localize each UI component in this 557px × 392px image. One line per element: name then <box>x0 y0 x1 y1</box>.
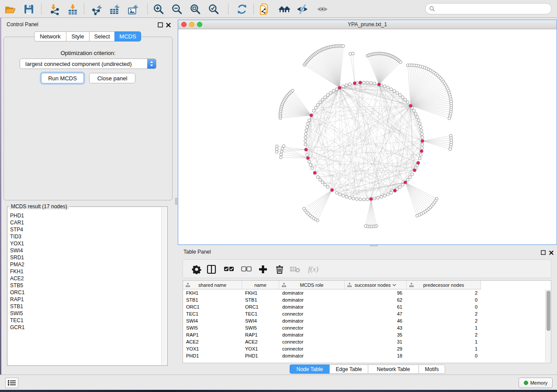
graph-node[interactable] <box>335 88 338 91</box>
mcds-hub-node[interactable] <box>370 197 373 201</box>
graph-node[interactable] <box>326 186 329 189</box>
mcds-hub-node[interactable] <box>330 189 334 192</box>
graph-node[interactable] <box>421 136 424 139</box>
satellite-node[interactable] <box>448 117 451 120</box>
graph-node[interactable] <box>412 109 415 112</box>
table-body[interactable]: FKH1FKH1dominator962STB1STB1dominator620… <box>183 289 545 363</box>
graph-node[interactable] <box>304 133 308 136</box>
mcds-hub-node[interactable] <box>306 156 310 160</box>
refresh-icon[interactable] <box>235 3 249 16</box>
graph-node[interactable] <box>421 133 424 136</box>
delete-table-icon[interactable] <box>288 263 301 276</box>
table-row[interactable]: TEC1TEC1connector472 <box>183 310 545 317</box>
graph-node[interactable] <box>316 103 319 107</box>
graph-node[interactable] <box>307 122 310 125</box>
satellite-node[interactable] <box>352 52 355 55</box>
graph-node[interactable] <box>304 136 307 139</box>
import-table-icon[interactable] <box>66 3 79 16</box>
graph-node[interactable] <box>312 109 315 112</box>
satellite-node[interactable] <box>275 148 278 151</box>
graph-node[interactable] <box>398 186 401 189</box>
export-network-icon[interactable] <box>90 3 104 16</box>
mcds-hub-node[interactable] <box>338 86 342 89</box>
memory-button[interactable]: Memory <box>519 378 553 388</box>
tab-select[interactable]: Select <box>89 31 115 41</box>
column-header-successor-nodes[interactable]: successor nodes <box>345 281 407 289</box>
graph-node[interactable] <box>383 194 386 197</box>
tab-network[interactable]: Network <box>34 31 66 41</box>
graph-node[interactable] <box>416 116 419 119</box>
home-icon[interactable] <box>278 3 291 16</box>
graph-node[interactable] <box>318 101 322 104</box>
graph-node[interactable] <box>401 183 405 186</box>
export-table-icon[interactable] <box>108 3 121 16</box>
float-panel-icon[interactable] <box>158 22 163 28</box>
graph-node[interactable] <box>377 196 380 199</box>
satellite-node[interactable] <box>399 61 402 64</box>
graph-node[interactable] <box>419 122 422 125</box>
column-header-predecessor-nodes[interactable]: predecessor nodes <box>407 281 481 289</box>
task-history-button[interactable] <box>5 378 18 388</box>
search-box[interactable] <box>425 3 552 14</box>
graph-node[interactable] <box>359 198 362 201</box>
graph-node[interactable] <box>406 179 409 182</box>
graph-node[interactable] <box>419 126 422 129</box>
satellite-node[interactable] <box>342 45 345 48</box>
mcds-hub-node[interactable] <box>353 82 356 85</box>
satellite-node[interactable] <box>291 89 294 92</box>
add-icon[interactable] <box>256 263 270 276</box>
mcds-hub-node[interactable] <box>421 139 424 143</box>
mcds-hub-node[interactable] <box>413 168 416 172</box>
table-row[interactable]: SWI4SWI4dominator462 <box>183 317 545 324</box>
zoom-selected-icon[interactable] <box>207 3 220 16</box>
list-item[interactable]: TEC1 <box>10 317 161 324</box>
graph-node[interactable] <box>420 129 423 132</box>
table-row[interactable]: STB1STB1dominator620 <box>183 296 545 303</box>
graph-node[interactable] <box>339 193 342 196</box>
graph-node[interactable] <box>390 88 393 91</box>
column-header-shared-name[interactable]: shared name <box>183 281 242 289</box>
satellite-node[interactable] <box>449 148 452 151</box>
graph-node[interactable] <box>390 191 393 194</box>
tab-edge-table[interactable]: Edge Table <box>329 364 368 374</box>
graph-node[interactable] <box>356 198 359 201</box>
close-panel-button[interactable]: Close panel <box>89 73 135 83</box>
satellite-node[interactable] <box>280 153 283 156</box>
graph-node[interactable] <box>387 193 390 196</box>
graph-node[interactable] <box>314 107 317 110</box>
graph-node[interactable] <box>311 167 314 170</box>
graph-node[interactable] <box>305 129 308 132</box>
graph-node[interactable] <box>326 93 329 96</box>
list-item[interactable]: TID3 <box>10 233 161 240</box>
graph-node[interactable] <box>349 83 352 86</box>
graph-node[interactable] <box>345 84 348 87</box>
graph-node[interactable] <box>316 175 319 179</box>
graph-node[interactable] <box>406 101 409 104</box>
import-network-icon[interactable] <box>48 3 61 16</box>
splitter-grip[interactable] <box>175 198 177 205</box>
graph-node[interactable] <box>373 197 376 200</box>
graph-node[interactable] <box>308 119 311 122</box>
close-panel-icon[interactable] <box>166 22 171 28</box>
mcds-hub-node[interactable] <box>313 171 317 175</box>
graph-node[interactable] <box>414 112 417 115</box>
list-item[interactable]: CAR1 <box>10 219 161 226</box>
table-row[interactable]: FKH1FKH1dominator962 <box>183 289 545 296</box>
graph-node[interactable] <box>401 96 405 99</box>
list-item[interactable]: FKH1 <box>10 268 161 275</box>
hide-selected-icon[interactable] <box>296 3 309 16</box>
graph-node[interactable] <box>324 183 327 186</box>
column-header-name[interactable]: name <box>242 281 279 289</box>
column-header-mcds-role[interactable]: MCDS role <box>279 281 345 289</box>
tab-mcds[interactable]: MCDS <box>114 31 141 41</box>
list-item[interactable]: STB5 <box>10 282 161 289</box>
list-item[interactable]: YOX1 <box>10 240 161 247</box>
deselect-all-icon[interactable] <box>240 263 253 276</box>
zoom-out-icon[interactable] <box>170 3 183 16</box>
mcds-hub-node[interactable] <box>359 81 362 84</box>
table-row[interactable]: PHD1PHD1dominator180 <box>183 352 545 359</box>
gear-icon[interactable] <box>190 263 203 276</box>
tab-motifs[interactable]: Motifs <box>419 364 445 374</box>
graph-node[interactable] <box>306 154 309 157</box>
delete-icon[interactable] <box>273 263 286 276</box>
